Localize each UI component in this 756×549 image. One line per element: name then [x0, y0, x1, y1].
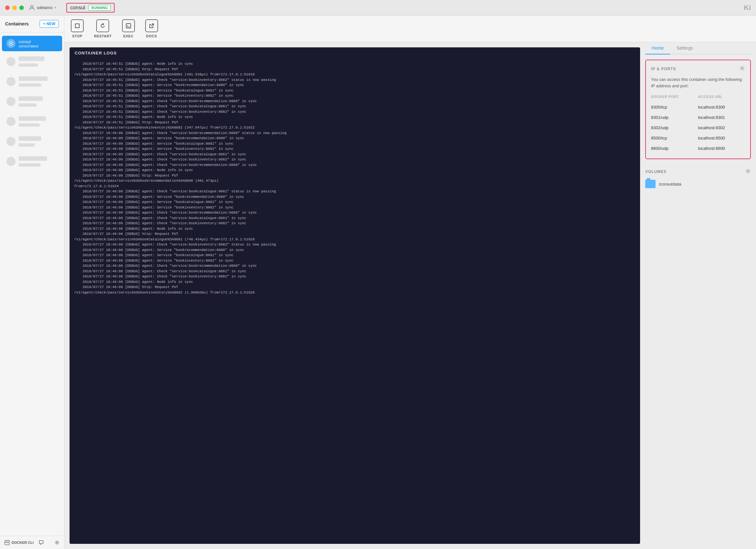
volumes-section: VOLUMES /consul/data	[645, 168, 751, 188]
item6-icon	[6, 137, 15, 146]
panel-tabs: Home Settings	[645, 42, 751, 54]
volume-name-0: /consul/data	[659, 182, 681, 186]
log-line: 2018/07/27 10:45:51 [DEBUG] agent: Node …	[74, 61, 636, 295]
sidebar-item-3[interactable]	[2, 72, 62, 91]
docs-label: DOCS	[146, 34, 157, 38]
port-row-2: 8302/udp localhost:8302	[651, 122, 745, 133]
sidebar-header: Containers + NEW	[0, 15, 64, 33]
container-list: consul consul:latest	[0, 33, 64, 536]
volumes-title: VOLUMES	[645, 169, 666, 174]
sidebar-item-consul[interactable]: consul consul:latest	[2, 36, 62, 51]
logs-title: CONTAINER LOGS	[70, 47, 640, 59]
docker-port-2: 8302/udp	[651, 125, 698, 130]
new-container-button[interactable]: + NEW	[40, 20, 59, 28]
svg-rect-5	[7, 542, 9, 542]
access-url-2: localhost:8302	[698, 125, 745, 130]
exec-label: EXEC	[123, 34, 134, 38]
ip-ports-gear-button[interactable]	[739, 65, 745, 72]
volume-item-0: /consul/data	[645, 180, 751, 188]
volumes-gear-icon	[745, 168, 751, 174]
svg-rect-8	[75, 24, 79, 28]
access-url-col-header: ACCESS URL	[698, 95, 745, 99]
item3-sub-blur	[19, 83, 41, 87]
svg-line-11	[151, 24, 154, 26]
maximize-button[interactable]	[19, 5, 24, 10]
consul-item-text: consul consul:latest	[19, 39, 38, 48]
item7-name-blur	[19, 156, 47, 161]
username: sdelamo	[37, 5, 52, 10]
ip-ports-section: IP & PORTS You can access this container…	[645, 60, 751, 159]
exec-terminal-icon	[126, 23, 131, 29]
svg-point-13	[747, 170, 749, 172]
main-layout: Containers + NEW consul c	[0, 15, 756, 549]
port-row-4: 8600/udp localhost:8600	[651, 143, 745, 153]
logs-panel: CONTAINER LOGS 2018/07/27 10:45:51 [DEBU…	[70, 47, 640, 544]
consul-symbol	[9, 41, 13, 46]
item3-icon	[6, 77, 15, 86]
svg-rect-9	[126, 24, 131, 28]
exec-icon	[122, 19, 135, 32]
sidebar-item-2[interactable]	[2, 52, 62, 71]
ip-ports-title: IP & PORTS	[651, 67, 676, 71]
ip-ports-header: IP & PORTS	[651, 65, 745, 72]
stop-label: STOP	[72, 34, 82, 38]
content-area: STOP RESTART	[64, 15, 756, 549]
user-display: sdelamo ▾	[29, 5, 56, 11]
new-button-label: + NEW	[43, 22, 55, 26]
stop-button[interactable]: STOP	[71, 19, 84, 38]
chat-button[interactable]	[39, 540, 44, 545]
item7-sub-blur	[19, 163, 41, 166]
item6-name-blur	[19, 136, 41, 141]
tab-home[interactable]: Home	[645, 42, 670, 54]
sidebar-title: Containers	[5, 21, 29, 26]
split-content: CONTAINER LOGS 2018/07/27 10:45:51 [DEBU…	[64, 42, 756, 549]
right-panel: Home Settings IP & PORTS	[640, 42, 756, 549]
item4-name-blur	[19, 96, 43, 101]
volumes-gear-button[interactable]	[745, 168, 751, 175]
docs-button[interactable]: DOCS	[145, 19, 158, 38]
settings-icon	[54, 540, 60, 545]
access-url-0: localhost:8300	[698, 105, 745, 109]
item4-sub-blur	[19, 103, 36, 107]
item5-icon	[6, 117, 15, 126]
port-row-1: 8301/udp localhost:8301	[651, 112, 745, 122]
volumes-header: VOLUMES	[645, 168, 751, 175]
access-url-4: localhost:8600	[698, 146, 745, 151]
exec-button[interactable]: EXEC	[122, 19, 135, 38]
restart-label: RESTART	[94, 34, 112, 38]
sidebar-footer: DOCKER CLI	[0, 536, 64, 549]
item5-sub-blur	[19, 123, 40, 127]
close-button[interactable]	[5, 5, 10, 10]
port-row-0: 8300/tcp localhost:8300	[651, 102, 745, 112]
stop-icon	[71, 19, 84, 32]
item3-name-blur	[19, 76, 48, 81]
minimize-button[interactable]	[12, 5, 17, 10]
item6-sub-blur	[19, 143, 35, 147]
sidebar-item-4[interactable]	[2, 92, 62, 111]
docker-cli-label: DOCKER CLI	[12, 541, 33, 544]
item2-name-blur	[19, 56, 44, 61]
docker-port-1: 8301/udp	[651, 115, 698, 120]
sidebar-item-7[interactable]	[2, 152, 62, 171]
docker-cli-icon	[5, 540, 10, 545]
logs-content[interactable]: 2018/07/27 10:45:51 [DEBUG] agent: Node …	[70, 59, 640, 544]
docker-port-col-header: DOCKER PORT	[651, 95, 698, 99]
ip-ports-desc: You can access this container using the …	[651, 76, 745, 89]
docker-port-3: 8500/tcp	[651, 136, 698, 140]
sidebar-item-5[interactable]	[2, 112, 62, 131]
docker-cli-button[interactable]: DOCKER CLI	[5, 540, 33, 545]
svg-point-7	[56, 542, 58, 544]
settings-button[interactable]	[54, 540, 60, 545]
item2-sub-blur	[19, 63, 38, 67]
running-badge: RUNNING	[88, 5, 110, 11]
port-row-3: 8500/tcp localhost:8500	[651, 133, 745, 143]
consul-item-name: consul	[19, 39, 38, 44]
sidebar-item-6[interactable]	[2, 132, 62, 151]
svg-rect-4	[5, 542, 7, 543]
restart-button[interactable]: RESTART	[94, 19, 112, 38]
ip-ports-gear-icon	[739, 65, 745, 71]
consul-icon	[6, 39, 15, 48]
tab-settings[interactable]: Settings	[670, 42, 699, 54]
item2-icon	[6, 57, 15, 66]
user-chevron: ▾	[54, 6, 56, 9]
